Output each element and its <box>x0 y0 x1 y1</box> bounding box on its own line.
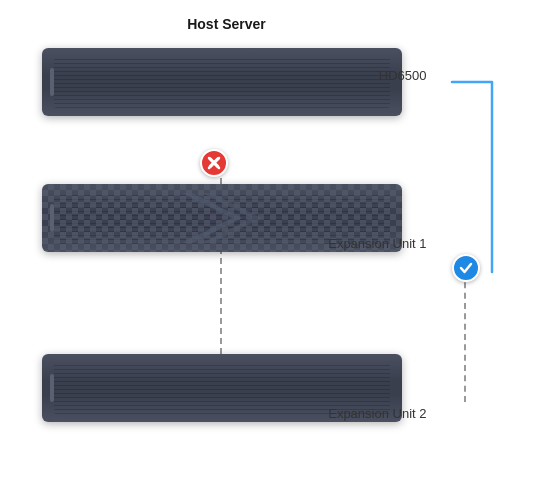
label-hd6500: HD6500 <box>379 68 427 83</box>
svg-line-1 <box>209 158 219 168</box>
chevron-icon <box>182 193 262 243</box>
check-icon <box>452 254 480 282</box>
checkmark-svg <box>459 261 473 275</box>
dashed-line-right-bottom <box>464 272 466 402</box>
server-accent <box>50 68 54 96</box>
label-expansion2: Expansion Unit 2 <box>328 406 426 421</box>
svg-line-0 <box>209 158 219 168</box>
server-accent <box>50 374 54 402</box>
diagram-container: Host Server HD6500 Expansion <box>22 16 512 486</box>
error-icon-circle <box>200 149 228 177</box>
chevron-overlay <box>42 184 402 252</box>
blue-connector-svg <box>432 46 512 266</box>
page-title: Host Server <box>22 16 432 32</box>
svg-marker-2 <box>182 193 242 243</box>
server-expansion1 <box>42 184 402 252</box>
x-icon <box>207 156 221 170</box>
server-hd6500 <box>42 48 402 116</box>
error-icon <box>200 149 228 177</box>
check-icon-circle <box>452 254 480 282</box>
